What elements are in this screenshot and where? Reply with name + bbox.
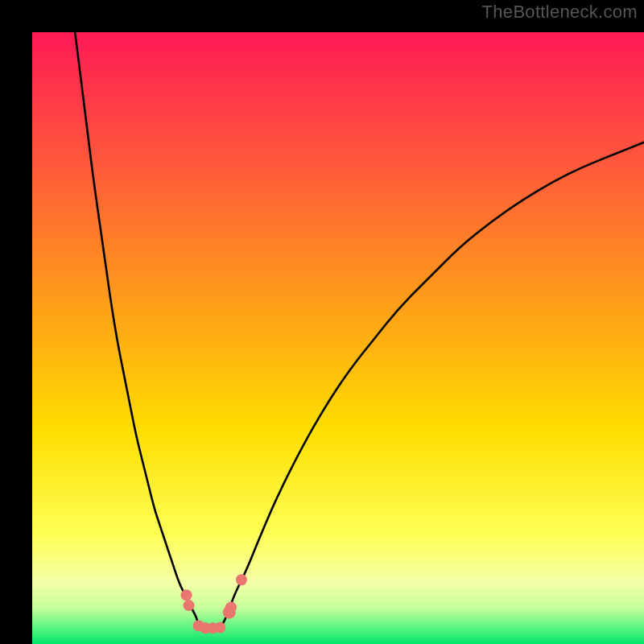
data-marker: [181, 589, 192, 601]
data-marker: [236, 574, 247, 585]
data-marker: [225, 601, 237, 613]
plot-area: [32, 32, 644, 644]
chart-frame: [16, 16, 628, 628]
watermark-text: TheBottleneck.com: [482, 2, 638, 23]
data-marker: [214, 621, 225, 633]
bottleneck-curve: [32, 32, 644, 644]
data-marker: [184, 600, 195, 611]
